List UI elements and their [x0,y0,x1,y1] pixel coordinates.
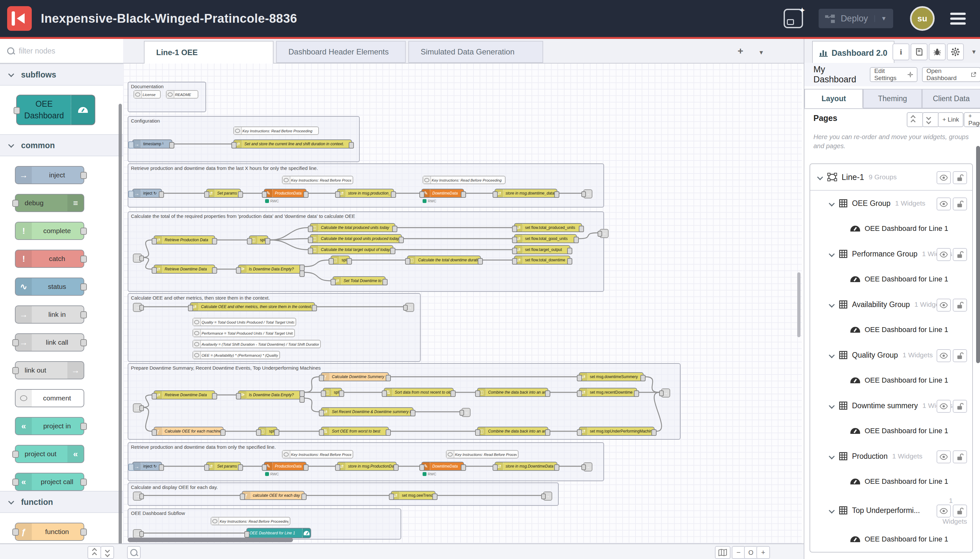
input-port[interactable] [389,493,394,500]
main-menu-button[interactable] [950,13,966,25]
flow-node-set-params[interactable]: ⇄Set params [206,462,241,471]
node-port[interactable] [13,107,20,114]
palette-node-project-in[interactable]: «project in [15,417,84,435]
collapse-all-button[interactable] [907,112,924,127]
output-port[interactable] [399,237,404,243]
input-port[interactable] [12,451,19,458]
input-port[interactable] [262,191,267,198]
input-port[interactable] [475,429,480,436]
toggle-lock-button[interactable] [953,349,967,362]
output-port[interactable] [391,191,396,198]
flow-node-link-out[interactable] [462,408,470,417]
navigator-button[interactable] [715,546,731,559]
palette-node-debug[interactable]: ≡debug [15,194,84,212]
flow-node-comment[interactable]: Key Instructions: Read Before Proceeding [211,517,290,525]
output-port[interactable] [652,429,657,436]
output-port[interactable] [640,375,645,381]
flow-node-combine-the-data-back-into-an-[interactable]: ◫Combine the data back into an array. [477,388,548,397]
tab-simulated-data-generation[interactable]: Simulated Data Generation [408,41,543,63]
output-port[interactable] [410,410,416,416]
input-port[interactable] [152,238,157,245]
flow-node-set-flow-total-good-units[interactable]: ⇄set flow.total_good_units [514,234,577,243]
input-port[interactable] [12,529,19,536]
canvas-search-button[interactable] [127,546,141,559]
flow-node-is-downtime-data-empty[interactable]: ⋔Is Downtime Data Empty? [238,265,303,274]
flow-node-inject[interactable]: →inject ↻ [132,462,162,471]
node-red-logo-icon[interactable] [7,6,32,31]
output-port[interactable] [390,248,395,254]
input-port[interactable] [244,531,249,538]
node-port[interactable] [139,305,144,311]
tab-dashboard-2[interactable]: Dashboard 2.0 [812,41,894,64]
palette-expand-button[interactable] [101,546,114,559]
settings-button[interactable] [947,43,964,60]
output-port[interactable] [80,283,87,291]
flow-node-calculate-the-total-target-out[interactable]: ◫Calculate the total target output of to… [310,245,393,254]
input-port[interactable] [204,191,210,198]
input-port[interactable] [12,479,19,486]
input-port[interactable] [188,305,193,311]
node-port[interactable] [541,493,546,499]
flow-node-productiondata[interactable]: ✎ProductionData [264,189,307,198]
input-port[interactable] [319,410,324,416]
flow-node-calculate-oee-for-each-day[interactable]: ƒcalculate OEE for each day [242,491,305,500]
add-page-button[interactable]: + Page [964,112,980,127]
input-port[interactable] [152,393,157,399]
sidebar-tabs-caret[interactable]: ▼ [971,49,977,55]
node-port[interactable] [597,231,602,237]
input-port[interactable] [240,493,245,500]
input-port[interactable] [262,464,267,471]
zoom-out-button[interactable]: − [732,546,746,559]
flow-node-set-msg-recentdowntime[interactable]: ⇄set msg.recentDowntime [579,388,637,397]
output-port[interactable] [554,464,559,471]
canvas-hscrollbar[interactable] [128,538,293,542]
flow-node-sort-oee-from-worst-to-best[interactable]: ⇅Sort OEE from worst to best [321,427,389,436]
output-port-1[interactable] [299,390,305,397]
palette-node-link-out[interactable]: →link out [15,361,84,379]
flow-node-inject[interactable]: →inject ↻ [132,189,162,198]
output-port[interactable] [301,493,307,500]
flow-node-link-in[interactable] [133,253,142,263]
flow-node-set-params[interactable]: ⇄Set params [206,189,241,198]
input-port[interactable] [577,375,582,381]
input-port[interactable] [319,429,324,436]
output-port[interactable] [386,429,391,436]
layout-row-widget[interactable]: OEE Dashboard for Line 1 [810,527,972,552]
flow-node-link-in[interactable] [133,529,142,538]
output-port[interactable] [312,305,317,311]
flow-node-calculate-the-total-good-units[interactable]: ◫Calculate the total good units produced… [310,234,402,243]
input-port[interactable] [512,226,517,232]
node-port[interactable] [403,305,408,311]
input-port[interactable] [152,429,157,436]
toggle-visibility-button[interactable] [937,299,951,312]
output-port[interactable] [220,429,226,436]
output-port[interactable] [238,191,243,198]
user-avatar[interactable]: su [910,6,935,31]
flow-node-downtimedata[interactable]: ✎DowntimeData [421,189,464,198]
input-port[interactable] [236,393,241,399]
input-port[interactable] [493,464,498,471]
output-port[interactable] [349,142,354,149]
flow-node-set-msg-topunderperformingmach[interactable]: ⇄set msg.topUnderPerformingMachines [579,427,655,436]
output-port[interactable] [461,191,466,198]
flow-node-link-out[interactable] [405,303,414,312]
node-port[interactable] [659,390,664,396]
tab-layout[interactable]: Layout [804,89,863,108]
output-port[interactable] [478,258,483,265]
flow-node-link-in[interactable] [133,491,142,501]
flow-node-comment[interactable]: Quality = Total Good Units Produced / To… [193,318,296,326]
input-port[interactable] [512,258,517,265]
output-port-2[interactable] [299,270,305,277]
layout-row-widget[interactable]: OEE Dashboard for Line 1 [810,317,972,342]
add-link-button[interactable]: + Link [938,112,964,127]
output-port[interactable] [80,423,87,430]
chevron-down-icon[interactable] [829,453,835,459]
layout-row-widget[interactable]: OEE Dashboard for Line 1 [810,368,972,393]
palette-node-comment[interactable]: comment [15,389,84,407]
output-port[interactable] [169,142,174,149]
output-port[interactable] [265,238,270,245]
debug-button[interactable] [929,43,945,60]
input-port[interactable] [256,429,261,436]
output-port[interactable] [579,226,584,232]
flow-node-timestamp[interactable]: →timestamp ¹ [132,139,172,149]
